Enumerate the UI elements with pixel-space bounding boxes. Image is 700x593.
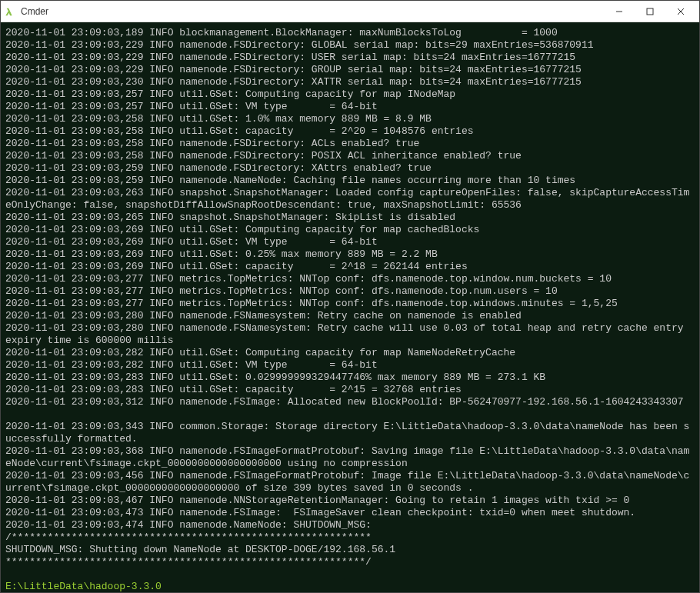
log-line: 2020-11-01 23:09:03,277 INFO metrics.Top…	[5, 285, 695, 298]
log-line: 2020-11-01 23:09:03,257 INFO util.GSet: …	[5, 101, 695, 113]
log-line: 2020-11-01 23:09:03,269 INFO util.GSet: …	[5, 248, 695, 261]
log-line	[5, 568, 695, 581]
log-line: 2020-11-01 23:09:03,368 INFO namenode.FS…	[5, 445, 695, 470]
log-line: 2020-11-01 23:09:03,259 INFO namenode.Na…	[5, 175, 695, 187]
log-line: 2020-11-01 23:09:03,258 INFO namenode.FS…	[5, 150, 695, 162]
log-line: 2020-11-01 23:09:03,265 INFO snapshot.Sn…	[5, 212, 695, 224]
log-line: 2020-11-01 23:09:03,229 INFO namenode.FS…	[5, 64, 695, 76]
app-window: Cmder 2020-11-01 23:09:03,189 INFO block…	[0, 0, 700, 593]
log-line: 2020-11-01 23:09:03,282 INFO util.GSet: …	[5, 347, 695, 359]
log-line: 2020-11-01 23:09:03,269 INFO util.GSet: …	[5, 224, 695, 236]
log-line: 2020-11-01 23:09:03,473 INFO namenode.FS…	[5, 507, 695, 519]
log-line: 2020-11-01 23:09:03,474 INFO namenode.Na…	[5, 519, 695, 531]
log-line: 2020-11-01 23:09:03,277 INFO metrics.Top…	[5, 298, 695, 310]
log-line: 2020-11-01 23:09:03,229 INFO namenode.FS…	[5, 39, 695, 52]
log-line: 2020-11-01 23:09:03,343 INFO common.Stor…	[5, 421, 695, 445]
log-line: 2020-11-01 23:09:03,230 INFO namenode.FS…	[5, 76, 695, 88]
log-line: 2020-11-01 23:09:03,277 INFO metrics.Top…	[5, 273, 695, 285]
log-line: 2020-11-01 23:09:03,259 INFO namenode.FS…	[5, 162, 695, 175]
terminal-output[interactable]: 2020-11-01 23:09:03,189 INFO blockmanage…	[1, 22, 699, 592]
shell-prompt[interactable]: E:\LittleData\hadoop-3.3.0	[5, 581, 695, 592]
log-line: ****************************************…	[5, 556, 695, 568]
close-button[interactable]	[665, 1, 696, 22]
log-line: 2020-11-01 23:09:03,282 INFO util.GSet: …	[5, 359, 695, 371]
titlebar[interactable]: Cmder	[1, 1, 699, 22]
log-line: 2020-11-01 23:09:03,229 INFO namenode.FS…	[5, 52, 695, 64]
log-line: 2020-11-01 23:09:03,258 INFO util.GSet: …	[5, 113, 695, 125]
log-line: 2020-11-01 23:09:03,263 INFO snapshot.Sn…	[5, 187, 695, 212]
log-line: 2020-11-01 23:09:03,280 INFO namenode.FS…	[5, 310, 695, 322]
log-line: 2020-11-01 23:09:03,258 INFO namenode.FS…	[5, 138, 695, 150]
log-line: 2020-11-01 23:09:03,456 INFO namenode.FS…	[5, 470, 695, 495]
log-line: /***************************************…	[5, 531, 695, 544]
lambda-icon	[4, 5, 16, 18]
log-line: 2020-11-01 23:09:03,283 INFO util.GSet: …	[5, 371, 695, 384]
log-line: 2020-11-01 23:09:03,269 INFO util.GSet: …	[5, 236, 695, 248]
log-line: 2020-11-01 23:09:03,283 INFO util.GSet: …	[5, 384, 695, 396]
maximize-button[interactable]	[635, 1, 665, 22]
minimize-button[interactable]	[604, 1, 635, 22]
window-controls	[604, 1, 696, 22]
log-line: SHUTDOWN_MSG: Shutting down NameNode at …	[5, 544, 695, 556]
log-line	[5, 408, 695, 421]
window-title: Cmder	[21, 6, 604, 17]
log-line: 2020-11-01 23:09:03,269 INFO util.GSet: …	[5, 261, 695, 273]
svg-rect-1	[647, 8, 653, 15]
log-line: 2020-11-01 23:09:03,467 INFO namenode.NN…	[5, 495, 695, 507]
log-line: 2020-11-01 23:09:03,280 INFO namenode.FS…	[5, 322, 695, 347]
log-line: 2020-11-01 23:09:03,258 INFO util.GSet: …	[5, 125, 695, 138]
log-line: 2020-11-01 23:09:03,189 INFO blockmanage…	[5, 27, 695, 39]
log-line: 2020-11-01 23:09:03,257 INFO util.GSet: …	[5, 88, 695, 101]
log-line: 2020-11-01 23:09:03,312 INFO namenode.FS…	[5, 396, 695, 408]
